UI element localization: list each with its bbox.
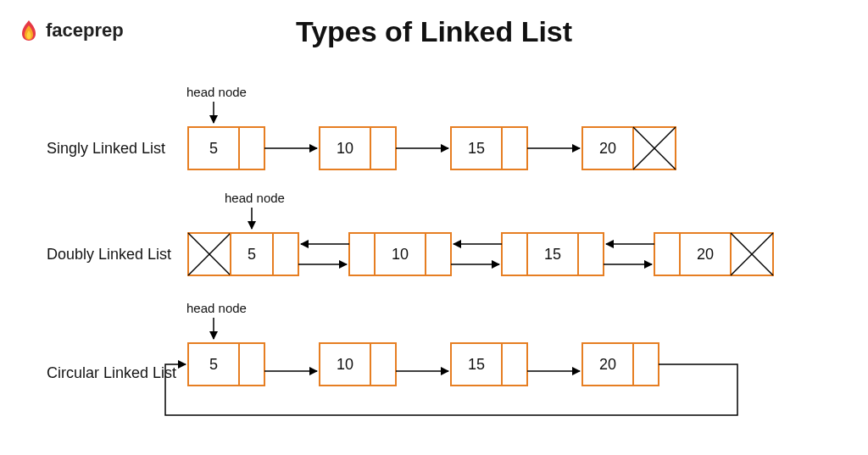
circular-val-1: 5 xyxy=(209,356,218,374)
svg-rect-19 xyxy=(273,233,298,275)
circular-node-4 xyxy=(582,343,659,386)
svg-rect-6 xyxy=(502,127,527,169)
svg-rect-41 xyxy=(370,343,396,386)
singly-node-4 xyxy=(582,127,676,169)
doubly-val-1: 5 xyxy=(248,246,256,264)
doubly-val-3: 15 xyxy=(544,246,561,264)
circular-val-3: 15 xyxy=(468,356,485,374)
circular-label: Circular Linked List xyxy=(47,364,176,382)
circular-node-2 xyxy=(320,343,396,386)
doubly-head-label: head node xyxy=(225,191,285,205)
circular-node-1 xyxy=(188,343,264,386)
circular-head-label: head node xyxy=(186,301,247,315)
circular-node-3 xyxy=(451,343,527,386)
singly-node-1 xyxy=(188,127,264,169)
svg-rect-39 xyxy=(239,343,264,386)
singly-label: Singly Linked List xyxy=(47,140,165,158)
svg-rect-45 xyxy=(633,343,659,386)
svg-rect-43 xyxy=(502,343,527,386)
doubly-val-2: 10 xyxy=(392,246,409,264)
doubly-label: Doubly Linked List xyxy=(47,246,171,264)
singly-val-2: 10 xyxy=(337,140,353,158)
svg-rect-26 xyxy=(654,233,680,275)
circular-val-4: 20 xyxy=(599,356,616,374)
singly-head-label: head node xyxy=(186,85,247,99)
singly-val-4: 20 xyxy=(599,140,616,158)
svg-rect-2 xyxy=(239,127,264,169)
svg-rect-4 xyxy=(370,127,396,169)
singly-node-2 xyxy=(320,127,396,169)
singly-node-3 xyxy=(451,127,527,169)
doubly-val-4: 20 xyxy=(697,246,714,264)
singly-val-3: 15 xyxy=(468,140,485,158)
svg-rect-20 xyxy=(349,233,375,275)
svg-rect-22 xyxy=(426,233,451,275)
linked-list-diagram xyxy=(0,0,868,455)
doubly-node-1 xyxy=(188,233,298,275)
svg-rect-25 xyxy=(578,233,604,275)
singly-val-1: 5 xyxy=(209,140,218,158)
circular-val-2: 10 xyxy=(337,356,353,374)
svg-rect-23 xyxy=(502,233,527,275)
